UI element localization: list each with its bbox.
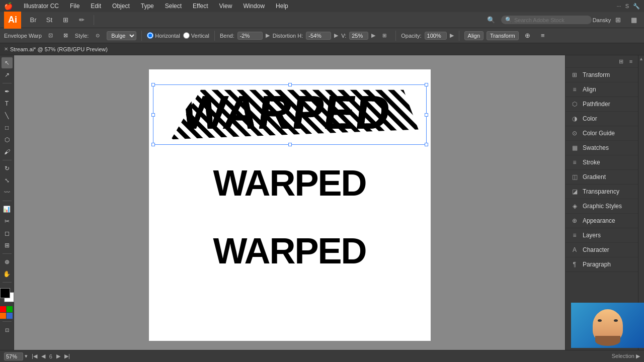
opacity-input[interactable]	[425, 32, 447, 40]
envelope-icon-2[interactable]: ⊠	[60, 30, 72, 42]
color-selector[interactable]	[0, 287, 15, 303]
grid-tool[interactable]: ⊞	[2, 240, 13, 251]
scroll-up-arrow[interactable]: ▲	[639, 56, 643, 61]
swatch-blue[interactable]	[7, 313, 13, 319]
warp-tool[interactable]: 〰	[2, 187, 13, 198]
foreground-color[interactable]	[0, 288, 10, 298]
panel-item-swatches[interactable]: ▦ Swatches	[566, 141, 638, 155]
apple-menu[interactable]: 🍎	[4, 2, 13, 10]
style-dropdown[interactable]: Bulge	[107, 31, 136, 40]
bend-arrow-right[interactable]: ▶	[266, 32, 270, 39]
shape-tool[interactable]: □	[2, 122, 13, 133]
bridge-button[interactable]: Br	[27, 14, 39, 26]
handle-bl[interactable]	[151, 143, 155, 146]
extra-icon-1[interactable]: ⊕	[522, 30, 534, 42]
distortion-h-input[interactable]	[306, 32, 331, 40]
menu-select[interactable]: Select	[163, 2, 184, 11]
handle-bc[interactable]	[288, 143, 292, 146]
direct-selection-tool[interactable]: ↗	[2, 69, 13, 80]
panel-item-color-guide[interactable]: ⊙ Color Guide	[566, 126, 638, 141]
nav-prev-button[interactable]: ◀	[41, 353, 45, 359]
handle-tc[interactable]	[288, 83, 292, 86]
nav-next-button[interactable]: ▶	[56, 353, 60, 359]
panel-item-character[interactable]: A Character	[566, 243, 638, 257]
rotate-tool[interactable]: ↻	[2, 163, 13, 174]
pencil-button[interactable]: ✏	[75, 14, 88, 26]
panel-item-graphic-styles[interactable]: ◈ Graphic Styles	[566, 199, 638, 214]
opacity-arrow[interactable]: ▶	[450, 32, 454, 39]
selection-tool[interactable]: ↖	[2, 57, 13, 68]
panel-item-transform[interactable]: ⊞ Transform	[566, 68, 638, 82]
panel-item-gradient[interactable]: ◫ Gradient	[566, 170, 638, 185]
scale-tool[interactable]: ⤡	[2, 175, 13, 186]
artboard-tool[interactable]: ⊡	[2, 324, 13, 335]
panel-icon-stroke: ≡	[571, 158, 579, 166]
arrange-button[interactable]: ⊞	[612, 14, 624, 26]
menu-object[interactable]: Object	[110, 2, 132, 11]
stock-search-input[interactable]	[514, 17, 585, 23]
extra-icon-2[interactable]: ≡	[537, 30, 549, 42]
zoom-dropdown-arrow[interactable]: ▾	[25, 353, 28, 359]
search-icon[interactable]: 🔍	[485, 14, 497, 26]
tool-arrow[interactable]: ▶	[636, 353, 640, 359]
dist-v-arrow[interactable]: ▶	[371, 32, 375, 39]
horizontal-radio[interactable]: Horizontal	[147, 32, 180, 39]
paintbrush-tool[interactable]: 🖌	[2, 146, 13, 157]
hand-tool[interactable]: ✋	[2, 268, 13, 280]
handle-tr[interactable]	[425, 83, 428, 86]
transform-button[interactable]: Transform	[487, 31, 519, 40]
paint-tool[interactable]: ⬡	[2, 134, 13, 145]
align-button[interactable]: Align	[464, 31, 484, 40]
menu-window[interactable]: Window	[241, 2, 267, 11]
panel-label-gradient: Gradient	[583, 173, 606, 180]
panel-item-paragraph[interactable]: ¶ Paragraph	[566, 257, 638, 272]
menu-effect[interactable]: Effect	[191, 2, 210, 11]
user-profile[interactable]: Dansky	[596, 14, 608, 26]
panel-item-appearance[interactable]: ⊕ Appearance	[566, 214, 638, 228]
panel-item-transparency[interactable]: ◪ Transparency	[566, 185, 638, 199]
dist-h-arrow[interactable]: ▶	[334, 32, 338, 39]
distortion-v-input[interactable]	[349, 32, 368, 40]
vertical-radio[interactable]: Vertical	[183, 32, 209, 39]
handle-ml[interactable]	[151, 113, 155, 117]
menu-help[interactable]: Help	[274, 2, 290, 11]
type-tool[interactable]: T	[2, 98, 13, 109]
zoom-input[interactable]	[4, 352, 23, 360]
layout-button[interactable]: ⊞	[59, 14, 71, 26]
panel-item-stroke[interactable]: ≡ Stroke	[566, 155, 638, 170]
zoom-tool[interactable]: ⊕	[2, 256, 13, 267]
panel-item-layers[interactable]: ≡ Layers	[566, 228, 638, 243]
nav-last-button[interactable]: ▶|	[64, 353, 70, 359]
slice-tool[interactable]: ✂	[2, 216, 13, 227]
panel-item-color[interactable]: ◑ Color	[566, 112, 638, 126]
line-tool[interactable]: ╲	[2, 110, 13, 121]
panel-expand-icon[interactable]: ⊞	[617, 57, 625, 65]
swatch-green[interactable]	[7, 306, 13, 312]
menu-view[interactable]: View	[217, 2, 234, 11]
handle-tl[interactable]	[151, 83, 155, 86]
swatch-orange[interactable]	[0, 313, 6, 319]
handle-br[interactable]	[425, 143, 428, 146]
tab-close-button[interactable]: ✕	[4, 46, 8, 52]
menu-edit[interactable]: Edit	[89, 2, 103, 11]
graph-tool[interactable]: 📊	[2, 204, 13, 215]
pen-tool[interactable]: ✒	[2, 86, 13, 97]
page-number: 6	[49, 353, 52, 359]
envelope-icon-1[interactable]: ⊡	[45, 30, 57, 42]
stock-search-bar[interactable]: 🔍	[501, 16, 592, 24]
eraser-tool[interactable]: ◻	[2, 228, 13, 239]
panel-item-align[interactable]: ≡ Align	[566, 82, 638, 97]
bend-input[interactable]	[237, 32, 263, 40]
ctx-sep-2	[214, 31, 215, 41]
swatch-red[interactable]	[0, 306, 6, 312]
toolbar-separator-1	[94, 15, 94, 25]
handle-mr[interactable]	[425, 113, 428, 117]
menu-file[interactable]: File	[68, 2, 82, 11]
stock-button[interactable]: St	[43, 14, 55, 26]
panel-menu-icon[interactable]: ≡	[627, 57, 635, 65]
panel-item-pathfinder[interactable]: ⬡ Pathfinder	[566, 97, 638, 112]
panel-button[interactable]: ▦	[628, 14, 640, 26]
menu-type[interactable]: Type	[139, 2, 156, 11]
nav-first-button[interactable]: |◀	[32, 353, 37, 359]
envelope-warp-object[interactable]: WARPED WARPED	[153, 84, 427, 145]
